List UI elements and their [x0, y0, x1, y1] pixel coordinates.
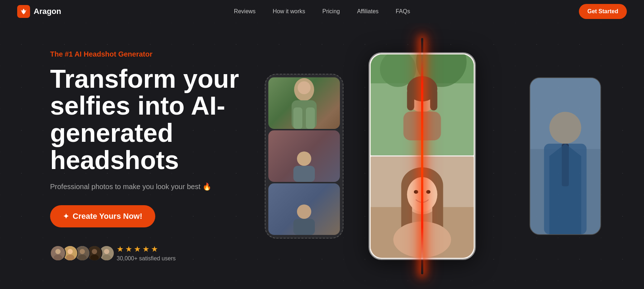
nav-get-started-button[interactable]: Get Started	[579, 4, 627, 19]
hero-content: The #1 AI Headshot Generator Transform y…	[50, 50, 250, 262]
users-count: 30,000+ satisfied users	[117, 255, 176, 262]
svg-point-20	[297, 151, 311, 166]
social-proof: ★ ★ ★ ★ ★ 30,000+ satisfied users	[50, 245, 250, 262]
star-3: ★	[134, 245, 141, 254]
hero-cta-label: Create Yours Now!	[73, 212, 142, 221]
laser-beam	[421, 38, 423, 274]
hero-subtitle: The #1 AI Headshot Generator	[50, 50, 250, 58]
stars-row: ★ ★ ★ ★ ★	[117, 245, 176, 254]
svg-point-7	[80, 249, 85, 254]
phone-right	[530, 77, 601, 235]
svg-point-5	[66, 255, 74, 261]
svg-point-10	[92, 249, 97, 254]
nav-affiliates[interactable]: Affiliates	[357, 8, 379, 15]
svg-rect-31	[407, 88, 414, 110]
svg-point-8	[78, 255, 87, 261]
svg-rect-23	[293, 219, 315, 235]
nav-faqs[interactable]: FAQs	[396, 8, 410, 15]
svg-rect-19	[306, 107, 315, 129]
selfie-slot-2	[268, 130, 340, 182]
logo[interactable]: Aragon	[17, 5, 61, 18]
hero-section: The #1 AI Headshot Generator Transform y…	[0, 23, 644, 289]
hero-description: Professional photos to make you look you…	[50, 182, 250, 191]
svg-point-1	[55, 249, 61, 254]
hero-title: Transform your selfies into AI-generated…	[50, 66, 250, 174]
nav-links: Reviews How it works Pricing Affiliates …	[234, 8, 410, 15]
svg-point-2	[54, 255, 62, 261]
svg-rect-21	[293, 166, 315, 182]
selfie-slot-1	[268, 77, 340, 129]
hero-visuals	[250, 38, 594, 274]
star-5: ★	[151, 245, 158, 254]
svg-point-41	[426, 190, 430, 194]
svg-rect-32	[430, 88, 437, 110]
svg-point-17	[298, 81, 311, 94]
svg-rect-18	[293, 107, 302, 129]
cta-star-icon: ✦	[63, 212, 69, 221]
phone-left	[265, 74, 343, 239]
logo-text: Aragon	[34, 7, 61, 16]
nav-reviews[interactable]: Reviews	[234, 8, 255, 15]
star-4: ★	[142, 245, 150, 254]
svg-point-11	[90, 255, 99, 261]
nav-pricing[interactable]: Pricing	[322, 8, 340, 15]
svg-point-13	[104, 249, 109, 254]
svg-point-40	[414, 190, 418, 194]
avatar-group	[50, 245, 111, 261]
nav-how-it-works[interactable]: How it works	[273, 8, 305, 15]
avatar-1	[50, 245, 66, 261]
hero-cta-button[interactable]: ✦ Create Yours Now!	[50, 205, 155, 227]
star-2: ★	[125, 245, 132, 254]
svg-point-14	[102, 255, 111, 261]
rating-info: ★ ★ ★ ★ ★ 30,000+ satisfied users	[117, 245, 176, 262]
svg-point-4	[68, 249, 73, 254]
svg-point-45	[549, 112, 581, 144]
selfie-slot-3	[268, 183, 340, 235]
navbar: Aragon Reviews How it works Pricing Affi…	[0, 0, 644, 23]
logo-icon	[17, 5, 30, 18]
star-1: ★	[117, 245, 124, 254]
svg-point-22	[297, 204, 311, 219]
